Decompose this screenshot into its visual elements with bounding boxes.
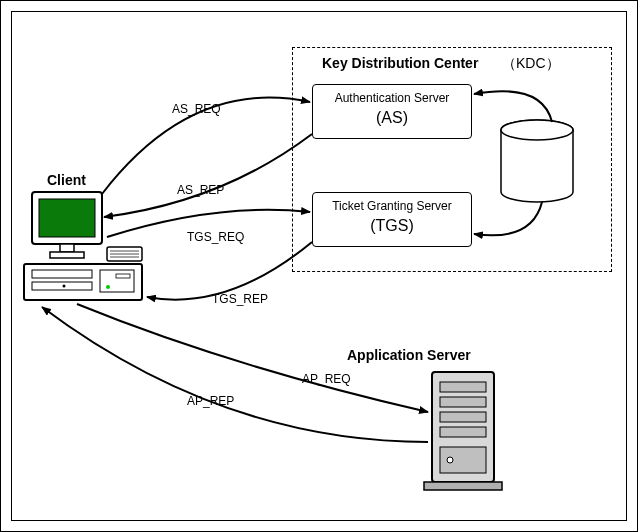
arrow-db-as bbox=[474, 91, 552, 122]
arrow-tgs-rep bbox=[147, 242, 312, 300]
arrow-tgs-req bbox=[107, 210, 310, 237]
svg-rect-21 bbox=[440, 427, 486, 437]
arrow-as-req bbox=[102, 98, 310, 194]
svg-rect-1 bbox=[39, 199, 95, 237]
svg-point-23 bbox=[447, 457, 453, 463]
inner-frame: Key Distribution Center （KDC） Authentica… bbox=[11, 11, 627, 521]
svg-rect-18 bbox=[440, 382, 486, 392]
diagram-canvas: Key Distribution Center （KDC） Authentica… bbox=[0, 0, 638, 532]
arrow-db-tgs bbox=[474, 202, 542, 235]
svg-rect-19 bbox=[440, 397, 486, 407]
svg-overlay bbox=[12, 12, 628, 522]
client-computer-icon bbox=[24, 192, 142, 300]
arrow-as-rep bbox=[104, 134, 312, 217]
svg-point-9 bbox=[106, 285, 110, 289]
arrow-ap-req bbox=[77, 304, 428, 412]
svg-rect-2 bbox=[60, 244, 74, 252]
svg-point-7 bbox=[63, 285, 66, 288]
svg-rect-3 bbox=[50, 252, 84, 258]
database-icon bbox=[501, 120, 573, 202]
svg-rect-20 bbox=[440, 412, 486, 422]
arrow-ap-rep bbox=[42, 307, 428, 442]
app-server-icon bbox=[424, 372, 502, 490]
svg-rect-24 bbox=[424, 482, 502, 490]
svg-point-16 bbox=[501, 120, 573, 140]
